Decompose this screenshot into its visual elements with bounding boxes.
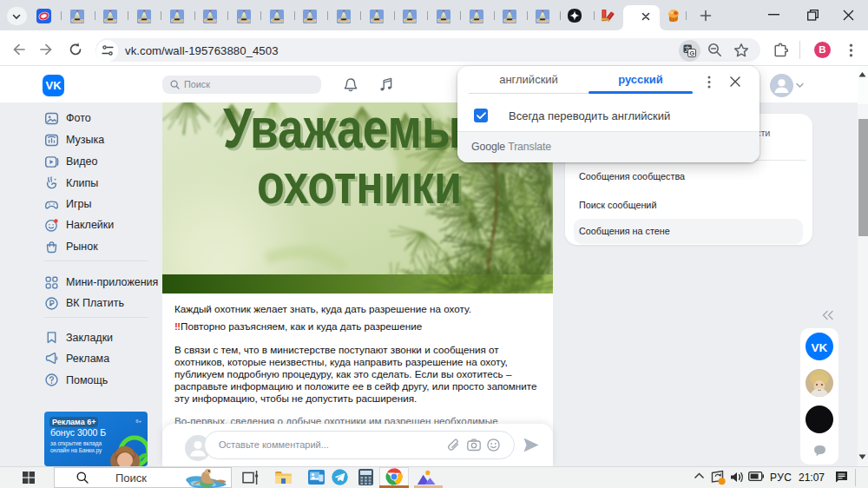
svg-text:онлайн на Банки.ру: онлайн на Банки.ру: [50, 447, 102, 454]
svg-text:VK: VK: [45, 79, 62, 92]
svg-text:6+: 6+: [135, 419, 141, 424]
svg-text:бонус 3000 Б: бонус 3000 Б: [50, 427, 106, 438]
svg-text:VK: VK: [812, 341, 828, 354]
svg-text:за открытие вклада: за открытие вклада: [50, 440, 102, 447]
svg-text:Реклама 6+: Реклама 6+: [52, 418, 95, 426]
svg-text:G: G: [689, 49, 694, 56]
svg-text:Уважаемые: Уважаемые: [223, 102, 487, 160]
svg-text:охотники: охотники: [257, 153, 462, 215]
